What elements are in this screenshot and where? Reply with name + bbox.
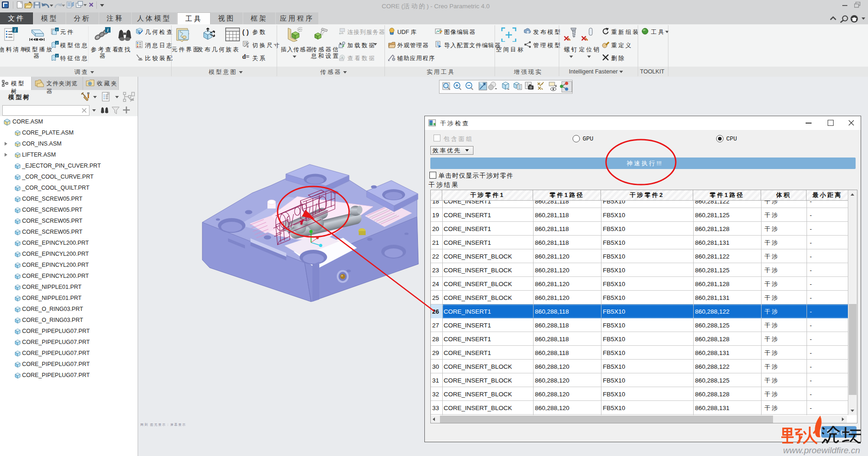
svg-text:i: i xyxy=(107,28,109,33)
svg-text:www.proewildfire.cn: www.proewildfire.cn xyxy=(783,445,860,455)
svg-text:i: i xyxy=(56,28,57,32)
svg-text:i: i xyxy=(56,54,57,58)
svg-text:i: i xyxy=(56,41,57,45)
svg-text:x: x xyxy=(246,45,249,48)
svg-text:i: i xyxy=(15,28,16,33)
